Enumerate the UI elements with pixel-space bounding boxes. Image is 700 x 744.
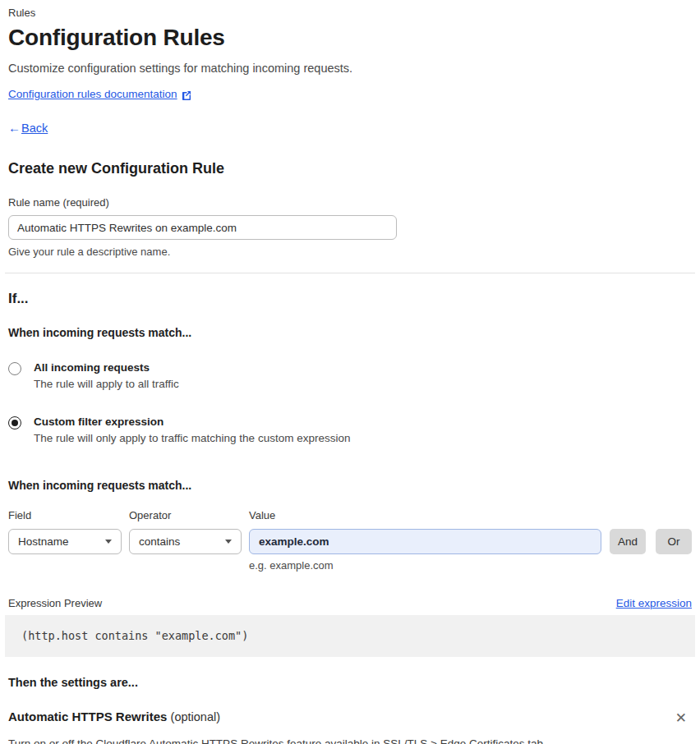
operator-column: Operator contains [129, 509, 242, 572]
rule-name-input[interactable] [8, 215, 397, 240]
field-column: Field Hostname [8, 509, 122, 572]
radio-option-custom-filter[interactable]: Custom filter expression The rule will o… [8, 416, 692, 444]
documentation-link[interactable]: Configuration rules documentation [8, 88, 177, 100]
expression-builder-row: Field Hostname Operator contains Value e… [8, 509, 692, 572]
radio-option-all-requests[interactable]: All incoming requests The rule will appl… [8, 361, 692, 390]
value-input[interactable] [249, 529, 601, 554]
or-button[interactable]: Or [656, 529, 692, 554]
radio-all-requests-description: The rule will apply to all traffic [34, 378, 179, 390]
section-divider [5, 273, 695, 273]
field-label: Field [8, 509, 122, 522]
chevron-down-icon [225, 540, 232, 544]
documentation-link-row: Configuration rules documentation [8, 88, 692, 100]
operator-select-value: contains [139, 535, 180, 548]
setting-header: Automatic HTTPS Rewrites (optional) ✕ [8, 710, 692, 727]
value-help: e.g. example.com [249, 559, 601, 572]
breadcrumb: Rules [8, 7, 692, 19]
field-select-value: Hostname [18, 535, 69, 548]
back-link[interactable]: Back [21, 122, 48, 135]
andor-button-group: And Or [610, 509, 692, 572]
radio-option-texts: Custom filter expression The rule will o… [34, 416, 350, 444]
rule-name-help: Give your rule a descriptive name. [8, 246, 692, 258]
radio-option-texts: All incoming requests The rule will appl… [34, 361, 179, 390]
radio-all-requests-icon[interactable] [8, 362, 21, 375]
radio-all-requests-label: All incoming requests [34, 361, 179, 374]
external-link-icon [182, 90, 191, 99]
setting-description: Turn on or off the Cloudflare Automatic … [8, 737, 692, 744]
operator-select[interactable]: contains [129, 529, 242, 554]
expression-builder-heading: When incoming requests match... [8, 479, 692, 492]
value-column: Value e.g. example.com [249, 509, 601, 572]
if-heading: If... [8, 291, 692, 307]
page-description: Customize configuration settings for mat… [8, 62, 692, 75]
operator-label: Operator [129, 509, 242, 522]
field-select[interactable]: Hostname [8, 529, 122, 554]
radio-custom-filter-description: The rule will only apply to traffic matc… [34, 432, 350, 444]
expression-preview-code: (http.host contains "example.com") [5, 615, 695, 657]
close-icon[interactable]: ✕ [672, 710, 690, 727]
setting-title: Automatic HTTPS Rewrites (optional) [8, 710, 220, 723]
value-label: Value [249, 509, 601, 522]
rule-name-label: Rule name (required) [8, 196, 692, 209]
match-type-label: When incoming requests match... [8, 326, 692, 339]
radio-custom-filter-label: Custom filter expression [34, 416, 350, 428]
back-row: ← Back [8, 121, 692, 135]
create-rule-heading: Create new Configuration Rule [8, 160, 692, 177]
radio-custom-filter-icon[interactable] [8, 416, 21, 429]
expression-preview-header: Expression Preview Edit expression [8, 597, 692, 609]
back-arrow-icon: ← [8, 121, 21, 135]
then-settings-heading: Then the settings are... [8, 676, 692, 689]
chevron-down-icon [105, 540, 112, 544]
and-button[interactable]: And [610, 529, 646, 554]
expression-preview-label: Expression Preview [8, 597, 102, 609]
page-title: Configuration Rules [8, 25, 692, 51]
setting-optional-tag: (optional) [171, 710, 220, 723]
setting-title-name: Automatic HTTPS Rewrites [8, 710, 167, 723]
edit-expression-link[interactable]: Edit expression [616, 597, 692, 609]
